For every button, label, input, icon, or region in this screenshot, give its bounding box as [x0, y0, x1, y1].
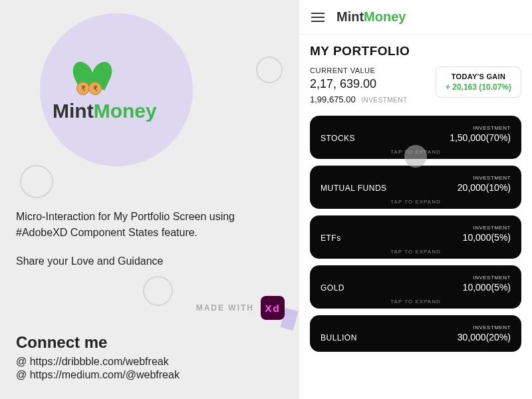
promo-share-text: Share your Love and Guidance	[16, 255, 283, 267]
tap-to-expand-hint: TAP TO EXPAND	[390, 299, 440, 305]
adobe-xd-icon: Xd	[261, 296, 285, 320]
menu-icon[interactable]	[311, 13, 325, 22]
tap-to-expand-hint: TAP TO EXPAND	[390, 249, 440, 255]
card-inv-value: 10,000(5%)	[463, 232, 511, 243]
card-gold[interactable]: GOLD INVESTMENT 10,000(5%) TAP TO EXPAND	[310, 265, 521, 309]
app-logo: MintMoney	[336, 9, 406, 25]
connect-title: Connect me	[16, 333, 180, 352]
card-inv-label: INVESTMENT	[463, 275, 511, 281]
portfolio-cards: STOCKS INVESTMENT 1,50,000(70%) TAP TO E…	[310, 116, 521, 352]
promo-panel: ₹₹ MintMoney Micro-Interaction for My Po…	[0, 0, 299, 399]
made-with-text: MADE WITH	[196, 303, 254, 313]
card-inv-label: INVESTMENT	[450, 125, 511, 131]
card-name: ETFs	[321, 233, 341, 243]
card-bullion[interactable]: BULLION INVESTMENT 30,000(20%)	[310, 315, 521, 352]
card-name: STOCKS	[321, 134, 355, 143]
touch-indicator-icon	[404, 145, 427, 168]
deco-circle	[20, 165, 53, 198]
logo: ₹₹ MintMoney	[16, 20, 283, 122]
card-inv-label: INVESTMENT	[463, 225, 511, 231]
investment-value: 1,99,675.00	[310, 94, 356, 104]
gain-label: TODAY'S GAIN	[446, 72, 511, 80]
card-etfs[interactable]: ETFs INVESTMENT 10,000(5%) TAP TO EXPAND	[310, 215, 521, 259]
card-inv-value: 10,000(5%)	[463, 282, 511, 293]
card-inv-label: INVESTMENT	[458, 175, 511, 181]
value-summary: CURRENT VALUE 2,17, 639.00 1,99,675.00 I…	[310, 66, 521, 105]
tap-to-expand-hint: TAP TO EXPAND	[390, 199, 440, 205]
app-header: MintMoney	[299, 0, 532, 35]
leaf-coin-icon: ₹₹	[66, 60, 119, 96]
card-mutual-funds[interactable]: MUTUAL FUNDS INVESTMENT 20,000(10%) TAP …	[310, 166, 521, 209]
promo-description: Micro-Interaction for My Portfolio Scree…	[16, 209, 283, 241]
current-value: 2,17, 639.00	[310, 77, 436, 91]
deco-circle	[143, 276, 173, 306]
connect-link-medium[interactable]: @ https://medium.com/@webfreak	[16, 369, 180, 381]
connect-section: Connect me @ https://dribbble.com/webfre…	[16, 333, 180, 382]
card-name: MUTUAL FUNDS	[321, 184, 387, 193]
card-inv-label: INVESTMENT	[458, 325, 511, 331]
card-name: BULLION	[321, 333, 357, 342]
logo-text-money: Money	[94, 100, 157, 122]
current-value-label: CURRENT VALUE	[310, 66, 436, 74]
connect-link-dribbble[interactable]: @ https://dribbble.com/webfreak	[16, 356, 180, 368]
gain-value: + 20,163 (10.07%)	[446, 82, 511, 92]
app-screen: MintMoney MY PORTFOLIO CURRENT VALUE 2,1…	[299, 0, 532, 399]
investment-label: INVESTMENT	[361, 96, 407, 104]
made-with-label: MADE WITH Xd	[196, 296, 285, 320]
logo-text-mint: Mint	[53, 100, 94, 122]
portfolio-body: MY PORTFOLIO CURRENT VALUE 2,17, 639.00 …	[299, 35, 532, 399]
card-inv-value: 20,000(10%)	[458, 182, 511, 193]
card-inv-value: 30,000(20%)	[458, 332, 511, 342]
card-name: GOLD	[321, 283, 344, 293]
card-inv-value: 1,50,000(70%)	[450, 132, 511, 143]
todays-gain-box: TODAY'S GAIN + 20,163 (10.07%)	[436, 66, 521, 98]
page-title: MY PORTFOLIO	[310, 44, 521, 59]
